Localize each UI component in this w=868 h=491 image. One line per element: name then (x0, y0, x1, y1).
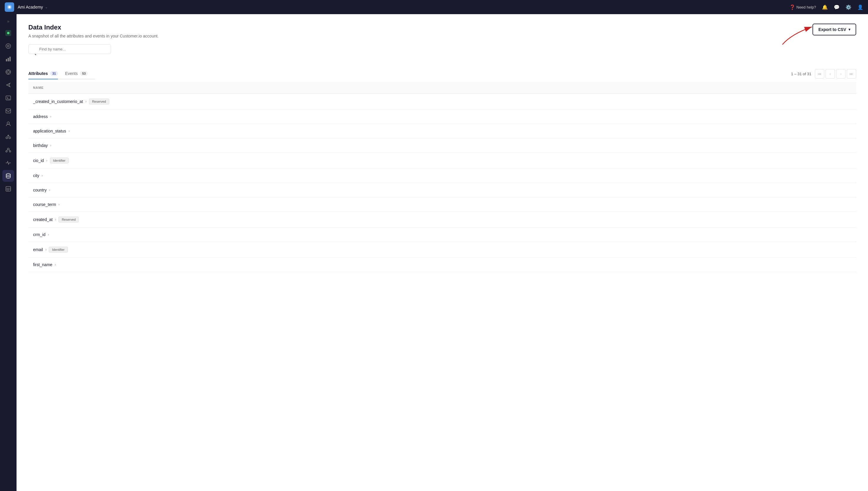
table-cell-name: email›Identifier (28, 242, 856, 258)
table-row[interactable]: address› (28, 110, 856, 124)
svg-point-19 (6, 137, 8, 139)
chevron-right-icon: › (46, 158, 48, 163)
sidebar-item-analytics[interactable] (2, 53, 14, 65)
chevron-right-icon: › (50, 115, 51, 119)
table-cell-name: birthday› (28, 138, 856, 153)
table-cell-name: first_name› (28, 258, 856, 272)
chevron-right-icon: › (68, 129, 70, 133)
tab-row: Attributes 31 Events 53 1 – 31 of 31 ⏮ ‹… (28, 68, 856, 79)
pagination-prev[interactable]: ‹ (825, 69, 835, 79)
page-title: Data Index (28, 24, 856, 31)
chat-icon[interactable]: 💬 (834, 4, 840, 10)
chevron-right-icon: › (85, 99, 86, 104)
table-cell-name: _created_in_customerio_at›Reserved (28, 94, 856, 110)
table-row[interactable]: first_name› (28, 258, 856, 272)
table-cell-name: application_status› (28, 124, 856, 138)
sidebar-toggle[interactable]: » (2, 18, 14, 25)
table-cell-name: country› (28, 183, 856, 197)
row-name: application_status› (33, 129, 851, 134)
svg-point-29 (6, 173, 10, 175)
svg-line-28 (9, 150, 10, 151)
sidebar: » (0, 14, 17, 491)
settings-icon[interactable]: ⚙️ (845, 4, 851, 10)
sidebar-item-integrations[interactable] (2, 131, 14, 143)
sidebar-item-campaigns[interactable] (2, 79, 14, 91)
pagination-next[interactable]: › (836, 69, 845, 79)
table-cell-name: crm_id› (28, 228, 856, 242)
top-navigation: Ami Academy ⌄ ❓ Need help? 🔔 💬 ⚙️ 👤 (0, 0, 868, 14)
tab-events[interactable]: Events 53 (65, 68, 88, 79)
table-row[interactable]: created_at›Reserved (28, 212, 856, 228)
chevron-right-icon: › (50, 143, 51, 148)
svg-rect-17 (6, 109, 11, 113)
svg-line-27 (7, 150, 7, 151)
sidebar-item-targeting[interactable] (2, 66, 14, 78)
pagination-last[interactable]: ⏭ (847, 69, 856, 79)
svg-point-25 (6, 151, 7, 152)
row-name: city› (33, 173, 851, 178)
chevron-right-icon: › (48, 233, 49, 237)
table-row[interactable]: city› (28, 169, 856, 183)
table-row[interactable]: course_term› (28, 197, 856, 212)
notifications-icon[interactable]: 🔔 (822, 4, 828, 10)
data-table: NAME _created_in_customerio_at›Reserveda… (28, 82, 856, 272)
table-row[interactable]: cio_id›Identifier (28, 153, 856, 169)
table-row[interactable]: country› (28, 183, 856, 197)
svg-rect-8 (9, 57, 11, 61)
table-row[interactable]: birthday› (28, 138, 856, 153)
table-row[interactable]: _created_in_customerio_at›Reserved (28, 94, 856, 110)
search-wrapper: 🔍 (28, 44, 111, 61)
svg-point-4 (6, 44, 11, 49)
row-name: first_name› (33, 262, 851, 267)
svg-point-26 (9, 151, 11, 152)
sidebar-item-logo[interactable] (2, 27, 14, 39)
sidebar-item-data[interactable] (2, 170, 14, 182)
row-name: address› (33, 114, 851, 119)
tab-attributes[interactable]: Attributes 31 (28, 68, 58, 79)
row-name: country› (33, 187, 851, 192)
tabs: Attributes 31 Events 53 (28, 68, 95, 79)
title-caret: ⌄ (45, 5, 48, 9)
row-name: email›Identifier (33, 247, 851, 253)
chevron-right-icon: › (55, 218, 56, 222)
svg-point-10 (7, 71, 9, 73)
table-cell-name: created_at›Reserved (28, 212, 856, 228)
chevron-right-icon: › (55, 263, 56, 267)
table-cell-name: address› (28, 110, 856, 124)
table-row[interactable]: crm_id› (28, 228, 856, 242)
chevron-right-icon: › (41, 173, 43, 178)
svg-point-1 (8, 6, 11, 8)
table-row[interactable]: email›Identifier (28, 242, 856, 258)
help-link[interactable]: ❓ Need help? (789, 4, 816, 10)
table-cell-name: course_term› (28, 197, 856, 212)
sidebar-item-dashboard[interactable] (2, 40, 14, 52)
sidebar-item-terminal[interactable] (2, 92, 14, 104)
page-subtitle: A snapshot of all the attributes and eve… (28, 34, 856, 38)
search-input[interactable] (28, 44, 111, 54)
app-logo (5, 2, 14, 12)
pagination-first[interactable]: ⏮ (815, 69, 824, 79)
svg-rect-6 (6, 59, 7, 61)
svg-point-5 (7, 45, 9, 47)
status-badge: Identifier (50, 157, 69, 164)
svg-rect-15 (6, 96, 11, 100)
chevron-right-icon: › (45, 248, 46, 252)
column-name-header: NAME (28, 82, 856, 94)
main-content: Export to CSV ▾ Data Index A snapshot of… (17, 14, 868, 491)
sidebar-item-activity[interactable] (2, 157, 14, 169)
export-csv-button[interactable]: Export to CSV ▾ (812, 24, 856, 35)
table-cell-name: cio_id›Identifier (28, 153, 856, 169)
sidebar-item-tables[interactable] (2, 183, 14, 195)
sidebar-item-cdp[interactable] (2, 144, 14, 156)
profile-icon[interactable]: 👤 (857, 4, 863, 10)
chevron-right-icon: › (49, 188, 50, 192)
table-row[interactable]: application_status› (28, 124, 856, 138)
row-name: course_term› (33, 202, 851, 207)
status-badge: Reserved (58, 216, 79, 223)
topnav-icons: ❓ Need help? 🔔 💬 ⚙️ 👤 (789, 4, 864, 10)
sidebar-item-people[interactable] (2, 118, 14, 130)
svg-point-3 (7, 32, 9, 34)
svg-rect-7 (8, 58, 9, 61)
sidebar-item-inbox[interactable] (2, 105, 14, 117)
svg-point-18 (7, 122, 9, 124)
